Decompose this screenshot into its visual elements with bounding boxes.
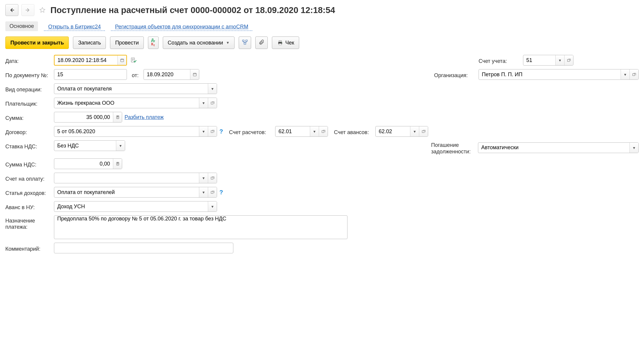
invoice-input-wrap xyxy=(54,173,217,183)
nav-back-button[interactable] xyxy=(5,4,18,16)
label-sum: Сумма: xyxy=(5,113,52,121)
label-date: Дата: xyxy=(5,56,52,64)
label-vat-rate: Ставка НДС: xyxy=(5,142,52,150)
cheque-label: Чек xyxy=(285,40,294,46)
settlement-account-dropdown[interactable] xyxy=(310,126,319,136)
date-input-wrap xyxy=(54,55,127,66)
print-cheque-button[interactable]: Чек xyxy=(272,36,299,49)
nav-forward-button xyxy=(21,4,34,16)
settlement-account-input[interactable] xyxy=(275,126,310,136)
date-input[interactable] xyxy=(55,55,117,65)
printer-icon xyxy=(277,39,283,46)
advance-account-dropdown[interactable] xyxy=(410,126,419,136)
save-button[interactable]: Записать xyxy=(73,36,106,49)
page-title: Поступление на расчетный счет 0000-00000… xyxy=(50,5,335,15)
help-icon[interactable]: ? xyxy=(219,128,223,135)
organization-input-wrap xyxy=(479,69,639,80)
post-and-close-button[interactable]: Провести и закрыть xyxy=(5,36,69,49)
create-based-on-label: Создать на основании xyxy=(168,40,223,46)
income-article-dropdown[interactable] xyxy=(199,187,208,197)
income-article-input-wrap xyxy=(54,187,217,198)
contract-dropdown[interactable] xyxy=(199,126,208,136)
svg-rect-2 xyxy=(244,43,246,44)
label-vat-sum: Сумма НДС: xyxy=(5,160,52,168)
label-prepayment-nu: Аванс в НУ: xyxy=(5,203,52,211)
debit-credit-button[interactable]: ДтКт xyxy=(148,36,158,49)
income-article-input[interactable] xyxy=(54,187,199,197)
svg-rect-11 xyxy=(632,74,635,76)
account-open-icon[interactable] xyxy=(564,55,573,65)
account-input[interactable] xyxy=(523,55,555,65)
label-invoice: Счет на оплату: xyxy=(5,174,52,182)
svg-point-15 xyxy=(117,117,117,117)
tab-open-bitrix24[interactable]: Открыть в Битрикс24 xyxy=(44,22,105,31)
contract-input-wrap xyxy=(54,126,217,137)
date-status-icon xyxy=(129,56,138,64)
settlement-account-input-wrap xyxy=(275,126,328,137)
payer-dropdown[interactable] xyxy=(199,98,208,108)
svg-point-16 xyxy=(117,117,118,117)
label-from: от: xyxy=(129,71,141,79)
prepayment-nu-input[interactable] xyxy=(54,201,208,212)
invoice-input[interactable] xyxy=(54,173,199,183)
op-type-dropdown[interactable] xyxy=(208,84,217,94)
doc-no-input[interactable] xyxy=(54,69,127,80)
sum-input[interactable] xyxy=(54,112,113,122)
calendar-icon[interactable] xyxy=(190,69,199,80)
settlement-account-open-icon[interactable] xyxy=(319,126,328,136)
organization-input[interactable] xyxy=(479,69,621,80)
sum-input-wrap xyxy=(54,112,122,123)
calculator-icon[interactable] xyxy=(113,112,122,122)
label-advance-account: Счет авансов: xyxy=(334,128,372,136)
organization-open-icon[interactable] xyxy=(629,69,638,80)
tab-amocrm-sync[interactable]: Регистрация объектов для синхронизации с… xyxy=(111,22,252,31)
contract-open-icon[interactable] xyxy=(208,126,217,136)
vat-rate-dropdown[interactable] xyxy=(116,141,125,151)
payer-input[interactable] xyxy=(54,98,199,108)
svg-rect-14 xyxy=(117,116,118,117)
comment-input[interactable] xyxy=(54,243,233,253)
svg-point-27 xyxy=(117,164,118,164)
svg-rect-33 xyxy=(211,191,213,193)
debt-repayment-input[interactable] xyxy=(478,143,629,153)
post-button[interactable]: Провести xyxy=(110,36,144,49)
svg-rect-7 xyxy=(120,59,124,62)
svg-point-29 xyxy=(117,165,117,165)
advance-account-open-icon[interactable] xyxy=(419,126,428,136)
income-article-open-icon[interactable] xyxy=(208,187,217,197)
invoice-dropdown[interactable] xyxy=(199,173,208,183)
svg-rect-21 xyxy=(211,131,213,133)
svg-rect-12 xyxy=(211,102,213,104)
contract-input[interactable] xyxy=(54,126,199,136)
prepayment-nu-dropdown[interactable] xyxy=(208,201,217,212)
payer-open-icon[interactable] xyxy=(208,98,217,108)
label-organization: Организация: xyxy=(434,71,476,79)
organization-dropdown[interactable] xyxy=(621,69,629,80)
invoice-open-icon[interactable] xyxy=(208,173,217,183)
calendar-icon[interactable] xyxy=(117,55,126,65)
label-doc-no: По документу №: xyxy=(5,71,52,79)
advance-account-input[interactable] xyxy=(376,126,410,136)
vat-sum-input[interactable] xyxy=(54,159,113,169)
payer-input-wrap xyxy=(54,98,217,108)
split-payment-link[interactable]: Разбить платеж xyxy=(125,114,164,120)
doc-date-input-wrap xyxy=(144,69,199,80)
structure-button[interactable] xyxy=(239,36,251,49)
create-based-on-button[interactable]: Создать на основании▼ xyxy=(163,36,235,49)
op-type-input[interactable] xyxy=(54,84,208,94)
account-dropdown[interactable] xyxy=(555,55,564,65)
help-icon[interactable]: ? xyxy=(219,189,223,196)
calculator-icon[interactable] xyxy=(113,159,122,169)
doc-date-input[interactable] xyxy=(144,69,190,80)
label-account: Счет учета: xyxy=(479,56,520,64)
vat-sum-input-wrap xyxy=(54,158,122,169)
tab-main[interactable]: Основное xyxy=(5,21,38,31)
vat-rate-input[interactable] xyxy=(54,141,116,151)
attachments-button[interactable] xyxy=(255,36,268,49)
favorite-star-button[interactable] xyxy=(37,5,47,15)
svg-point-19 xyxy=(117,118,118,118)
debt-repayment-dropdown[interactable] xyxy=(629,143,638,153)
svg-rect-0 xyxy=(243,40,244,41)
purpose-textarea[interactable] xyxy=(54,216,347,239)
label-op-type: Вид операции: xyxy=(5,85,52,93)
